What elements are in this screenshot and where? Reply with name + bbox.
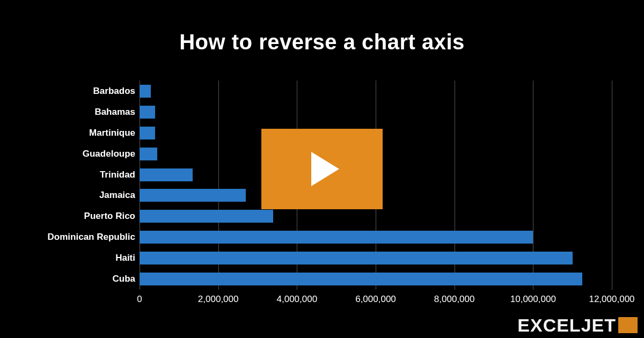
- x-axis-label: 6,000,000: [355, 294, 396, 305]
- bar-row: [140, 231, 612, 244]
- bar-row: [140, 273, 612, 285]
- y-axis-label: Cuba: [32, 273, 135, 285]
- x-axis-label: 4,000,000: [277, 294, 318, 305]
- brand-logo: EXCELJET: [517, 315, 638, 336]
- bar: [140, 168, 193, 181]
- y-axis-label: Martinique: [32, 127, 135, 139]
- y-axis-label: Trinidad: [32, 168, 135, 181]
- x-axis-label: 2,000,000: [198, 294, 239, 305]
- bar: [140, 106, 155, 119]
- bar: [140, 189, 246, 202]
- bar-row: [140, 85, 612, 98]
- bar: [140, 85, 151, 98]
- x-axis-labels: 02,000,0004,000,0006,000,0008,000,00010,…: [140, 294, 612, 307]
- bar-row: [140, 252, 612, 264]
- y-axis-label: Puerto Rico: [32, 210, 135, 223]
- x-axis-label: 12,000,000: [589, 294, 634, 305]
- bar-row: [140, 210, 612, 223]
- y-axis-label: Dominican Republic: [32, 231, 135, 244]
- x-axis-label: 8,000,000: [434, 294, 475, 305]
- brand-icon: [618, 317, 638, 333]
- gridline: [612, 80, 612, 290]
- y-axis-label: Bahamas: [32, 106, 135, 119]
- y-axis-label: Jamaica: [32, 189, 135, 202]
- play-icon: [311, 152, 339, 186]
- y-axis-label: Haiti: [32, 252, 135, 264]
- bar: [140, 210, 273, 223]
- bar: [140, 127, 155, 139]
- bar: [140, 252, 573, 264]
- x-axis-label: 0: [137, 294, 142, 305]
- bar: [140, 148, 157, 160]
- play-button[interactable]: [261, 129, 383, 209]
- y-axis-label: Barbados: [32, 85, 135, 98]
- bar: [140, 273, 582, 285]
- x-axis-label: 10,000,000: [510, 294, 556, 305]
- page-title: How to reverse a chart axis: [0, 0, 644, 65]
- bar-row: [140, 106, 612, 119]
- y-axis-label: Guadeloupe: [32, 148, 135, 160]
- bar: [140, 231, 533, 244]
- y-axis-labels: BarbadosBahamasMartiniqueGuadeloupeTrini…: [32, 85, 135, 285]
